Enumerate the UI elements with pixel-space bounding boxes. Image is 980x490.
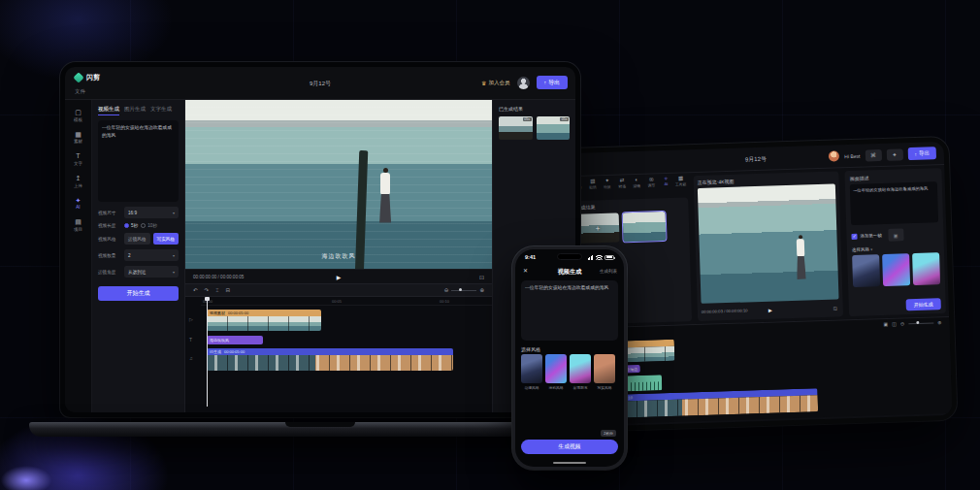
phone-prompt-textarea[interactable]: 一位年轻的女孩站在海边吹着咸咸的海风 xyxy=(521,280,618,341)
result-thumb-selected[interactable] xyxy=(623,212,667,242)
sidebar-item-assets[interactable]: ▦素材 xyxy=(74,131,82,145)
tool-transition[interactable]: ⇄转场 xyxy=(615,177,630,196)
tablet-video-preview[interactable] xyxy=(698,184,839,304)
user-avatar[interactable] xyxy=(517,77,530,89)
video-length-row: 视频长度 5秒 10秒 xyxy=(98,223,179,228)
split-icon[interactable]: ⌶ xyxy=(215,287,218,294)
camera-angle-select[interactable]: 从远到近▾ xyxy=(124,266,179,278)
phone-generate-button[interactable]: 生成视频 xyxy=(521,440,618,454)
play-icon[interactable]: ▶ xyxy=(337,274,342,280)
result-thumb[interactable]: 05s xyxy=(537,116,571,140)
zoom-in-icon[interactable]: ⊕ xyxy=(937,319,941,325)
tablet-topbar-actions: Hi Best ⌘ ✦ ↑导出 xyxy=(829,147,936,162)
style-option-realistic[interactable]: 写实风格 xyxy=(153,233,180,245)
zoom-out-icon[interactable]: ⊖ xyxy=(900,320,904,326)
start-generate-button[interactable]: 开始生成 xyxy=(98,286,179,301)
timeline-zoom-slider[interactable] xyxy=(451,290,476,291)
track-video-icon[interactable]: ▷ xyxy=(189,316,193,322)
style-thumb-cyberpunk[interactable] xyxy=(912,252,940,285)
snap-icon[interactable]: ◫ xyxy=(892,321,897,327)
timeline-ruler[interactable]: 00:00 00:05 00:10 xyxy=(201,297,492,306)
tool-filter[interactable]: ◐滤镜 xyxy=(630,177,644,196)
tablet-avatar[interactable] xyxy=(829,150,839,161)
style-thumb-graffiti[interactable]: 涂鸦风格 xyxy=(545,354,567,390)
export-button[interactable]: ↑导出 xyxy=(537,76,569,89)
sidebar-item-upload[interactable]: ↥上传 xyxy=(74,175,82,188)
tool-sticker[interactable]: ▧贴纸 xyxy=(586,178,601,197)
left-icon-rail: ▢模板 ▦素材 T文字 ↥上传 ✦AI ▤项目 xyxy=(65,100,92,412)
redo-icon[interactable]: ↷ xyxy=(205,287,210,293)
timeline-generated-clip[interactable]: 已生成00:00:05:00 xyxy=(207,348,453,371)
tablet-export-button[interactable]: ↑导出 xyxy=(907,147,936,160)
track-audio-icon[interactable]: ♫ xyxy=(189,355,193,361)
prompt-textarea[interactable]: 一位年轻的女孩站在海边吹着咸咸的海风 xyxy=(98,120,179,202)
join-vip-button[interactable]: ♛加入会员 xyxy=(481,80,509,86)
tool-effects[interactable]: ✦特效 xyxy=(601,178,615,197)
undo-icon[interactable]: ↶ xyxy=(193,287,198,293)
brand: 闪剪 xyxy=(75,73,100,82)
generated-clip-filmstrip xyxy=(207,355,453,371)
play-icon[interactable]: ▶ xyxy=(768,307,772,312)
document-title: 9月12号 xyxy=(310,80,331,88)
phone-header: ✕ 视频生成 生成列表 xyxy=(515,265,624,278)
tool-toolbox[interactable]: ▦工具箱 xyxy=(673,175,688,194)
sidebar-item-ai[interactable]: ✦AI xyxy=(76,197,82,211)
style-thumb-anime[interactable] xyxy=(852,254,880,287)
generation-list-link[interactable]: 生成列表 xyxy=(600,269,617,274)
keyframe-icon[interactable]: ▣ xyxy=(883,321,888,327)
length-radio-10s[interactable]: 10秒 xyxy=(141,223,157,228)
tablet-timeline-toolbar: ▣ ◫ ⊖ ⊕ xyxy=(883,319,941,327)
tablet-results-title: 生成结果 xyxy=(575,201,684,211)
result-thumb[interactable]: + xyxy=(576,213,620,244)
zoom-in-icon[interactable]: ⊕ xyxy=(479,287,484,293)
sidebar-item-projects[interactable]: ▤项目 xyxy=(74,218,82,232)
sidebar-item-templates[interactable]: ▢模板 xyxy=(74,109,82,122)
length-radio-5s[interactable]: 5秒 xyxy=(124,223,138,228)
tablet-generate-button[interactable]: 开始生成 xyxy=(906,298,941,310)
track-text-icon[interactable]: T xyxy=(189,337,192,343)
tab-text-generate[interactable]: 文字生成 xyxy=(150,106,172,115)
tablet-timeline: ▢ ▣ ◫ ⊖ ⊕ AI 一位年轻的女孩站在海边 xyxy=(572,316,952,425)
tab-image-generate[interactable]: 图片生成 xyxy=(124,106,146,115)
sidebar-item-text[interactable]: T文字 xyxy=(74,152,82,166)
timeline-zoom-slider[interactable] xyxy=(908,322,933,324)
dynamic-island xyxy=(557,253,582,260)
style-thumb-anime[interactable]: 动漫风格 xyxy=(521,354,542,390)
battery-icon xyxy=(604,255,614,260)
chevron-down-icon: ▾ xyxy=(173,253,175,258)
tool-ai[interactable]: ✧AI xyxy=(659,176,673,195)
describe-textarea[interactable]: 一位年轻的女孩站在海边吹着咸咸的海风 xyxy=(850,181,938,225)
status-icons xyxy=(588,255,615,260)
video-size-select[interactable]: 16:9▾ xyxy=(124,207,179,218)
tool-adjust[interactable]: ◎调节 xyxy=(644,176,659,195)
keyboard-shortcut-icon[interactable]: ⌘ xyxy=(865,148,881,161)
style-thumb-graffiti[interactable] xyxy=(882,253,910,286)
frame-image-slot[interactable]: ▣ xyxy=(888,228,903,241)
results-title: 已生成结果 xyxy=(499,106,570,112)
phone-device: 9:41 ✕ 视频生成 生成列表 一位年轻的女孩站在海边吹着咸咸的海风 选择风格… xyxy=(512,246,627,470)
playhead[interactable] xyxy=(207,297,208,407)
style-thumb-realistic[interactable]: 写实风格 xyxy=(594,354,615,390)
file-menu[interactable]: 文件 xyxy=(75,88,85,95)
tab-video-generate[interactable]: 视频生成 xyxy=(98,106,119,115)
delete-icon[interactable]: ⊟ xyxy=(226,287,231,293)
fullscreen-icon[interactable]: ⊡ xyxy=(479,274,484,280)
laptop-lid: 闪剪 文件 9月12号 ♛加入会员 ↑导出 ▢模板 ▦素材 T文字 xyxy=(60,62,580,417)
magic-wand-icon[interactable]: ✦ xyxy=(886,148,902,161)
first-frame-checkbox[interactable]: ✓ xyxy=(851,233,857,239)
result-thumb[interactable]: 05s xyxy=(499,116,533,140)
style-thumb-cyberpunk[interactable]: 赛博朋克 xyxy=(570,354,591,390)
style-option-camera[interactable]: 运镜风格 xyxy=(124,233,150,245)
zoom-out-icon[interactable]: ⊖ xyxy=(444,287,449,293)
close-icon[interactable]: ✕ xyxy=(523,267,528,274)
fullscreen-icon[interactable]: ⊡ xyxy=(833,305,836,310)
timeline-text-clip[interactable]: 海边吹吹风 xyxy=(207,336,263,344)
generation-panel: 视频生成 图片生成 文字生成 一位年轻的女孩站在海边吹着咸咸的海风 视频尺寸 1… xyxy=(92,100,185,412)
video-count-select[interactable]: 2▾ xyxy=(124,249,179,261)
video-preview-canvas[interactable]: 海边吹吹风 xyxy=(185,100,492,269)
timecode: 00:00:00:00 / 00:00:00:05 xyxy=(193,275,244,279)
brand-logo-icon xyxy=(73,72,83,82)
timeline-video-clip[interactable]: 视频素材00:00:05:00 xyxy=(207,310,321,331)
home-indicator[interactable] xyxy=(553,462,586,465)
topbar-actions: ♛加入会员 ↑导出 xyxy=(481,76,568,89)
